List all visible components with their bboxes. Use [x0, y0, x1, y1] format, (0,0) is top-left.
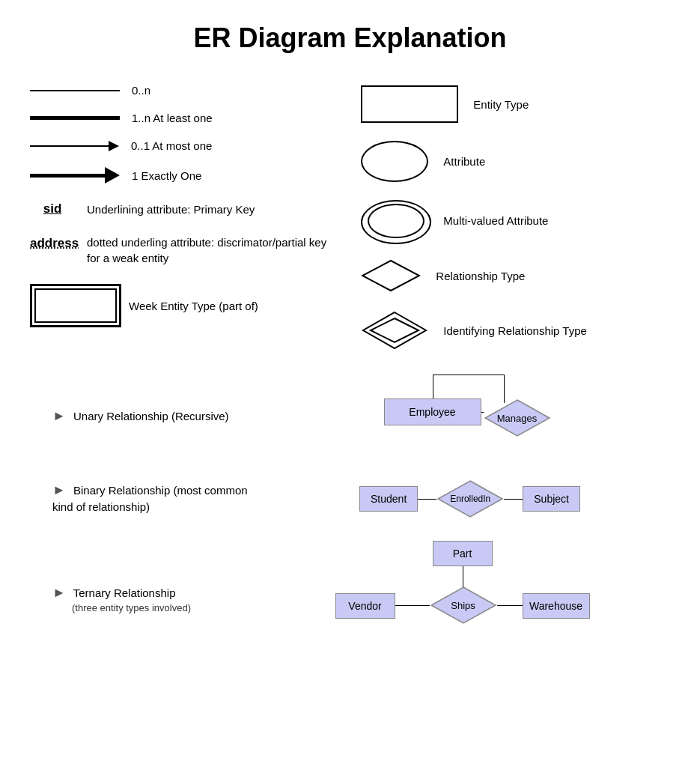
identifying-symbol	[361, 310, 428, 351]
arrow-thin-label: 0..1 At most one	[131, 139, 212, 152]
address-symbol: address	[30, 236, 75, 251]
thin-line-label: 0..n	[132, 84, 150, 97]
binary-visual: Student EnrolledIn Subject	[270, 479, 670, 518]
attribute-label: Attribute	[443, 155, 485, 168]
part-entity: Part	[433, 541, 493, 566]
entity-type-label: Entity Type	[473, 98, 529, 111]
legend-weak-entity: Week Entity Type (part of)	[30, 281, 331, 330]
enrolledin-label: EnrolledIn	[450, 494, 490, 504]
bullet-icon-3: ►	[52, 585, 66, 601]
entity-type-symbol	[361, 85, 458, 123]
legend-sid: sid Underlining attribute: Primary Key	[30, 194, 331, 224]
identifying-label: Identifying Relationship Type	[443, 324, 587, 337]
ternary-visual: Part Ships Vendor Warehouse	[270, 541, 670, 657]
binary-label: ► Binary Relationship (most common kind …	[30, 482, 270, 516]
bullet-icon: ►	[52, 408, 66, 424]
unary-label: ► Unary Relationship (Recursive)	[30, 408, 270, 424]
ternary-title: Ternary Relationship	[73, 586, 176, 599]
page-title: ER Diagram Explanation	[30, 15, 670, 54]
sid-symbol: sid	[30, 201, 75, 216]
legend-arrow-thin: 0..1 At most one	[30, 132, 331, 160]
arrow-thick-label: 1 Exactly One	[132, 169, 201, 182]
unary-section: ► Unary Relationship (Recursive) Employe…	[30, 367, 670, 464]
legend-arrow-thick: 1 Exactly One	[30, 160, 331, 191]
legend-thick-line: 1..n At least one	[30, 104, 331, 132]
legend-entity-type: Entity Type	[331, 76, 670, 132]
binary-title: Binary Relationship (most common kind of…	[52, 484, 248, 514]
manages-label: Manages	[497, 413, 537, 424]
legend-attribute: Attribute	[331, 132, 670, 191]
ternary-subtitle: (three entity types involved)	[52, 602, 191, 613]
legend-identifying: Identifying Relationship Type	[331, 301, 670, 360]
arrow-thin-symbol	[30, 141, 119, 151]
legend-multi-valued: Multi-valued Attribute	[331, 191, 670, 250]
attribute-symbol	[361, 141, 428, 182]
vendor-entity: Vendor	[335, 593, 395, 619]
relationship-symbol	[361, 259, 421, 292]
relationship-label: Relationship Type	[436, 270, 525, 282]
ships-label: Ships	[451, 600, 475, 611]
svg-marker-0	[362, 261, 419, 291]
student-entity: Student	[359, 486, 418, 512]
address-label: dotted underling attribute: discrimator/…	[87, 234, 331, 266]
legend-address: address dotted underling attribute: disc…	[30, 224, 331, 273]
warehouse-entity: Warehouse	[523, 593, 590, 619]
thick-line-symbol	[30, 116, 120, 120]
arrow-thick-symbol	[30, 167, 120, 184]
sid-label: Underlining attribute: Primary Key	[87, 203, 255, 216]
legend-thin-line: 0..n	[30, 76, 331, 104]
multi-valued-label: Multi-valued Attribute	[443, 214, 548, 227]
binary-section: ► Binary Relationship (most common kind …	[30, 472, 670, 526]
ternary-section: ► Ternary Relationship (three entity typ…	[30, 533, 670, 664]
weak-entity-label: Week Entity Type (part of)	[129, 300, 258, 312]
unary-title: Unary Relationship (Recursive)	[73, 410, 229, 422]
unary-visual: Employee Manages	[270, 375, 670, 457]
legend-relationship: Relationship Type	[331, 250, 670, 301]
multi-valued-symbol	[361, 200, 428, 241]
ternary-label: ► Ternary Relationship (three entity typ…	[30, 585, 270, 613]
subject-entity: Subject	[523, 486, 580, 512]
thick-line-label: 1..n At least one	[132, 112, 213, 124]
employee-entity: Employee	[384, 398, 481, 425]
thin-line-symbol	[30, 90, 120, 91]
weak-entity-symbol	[34, 288, 117, 323]
bullet-icon-2: ►	[52, 482, 66, 498]
